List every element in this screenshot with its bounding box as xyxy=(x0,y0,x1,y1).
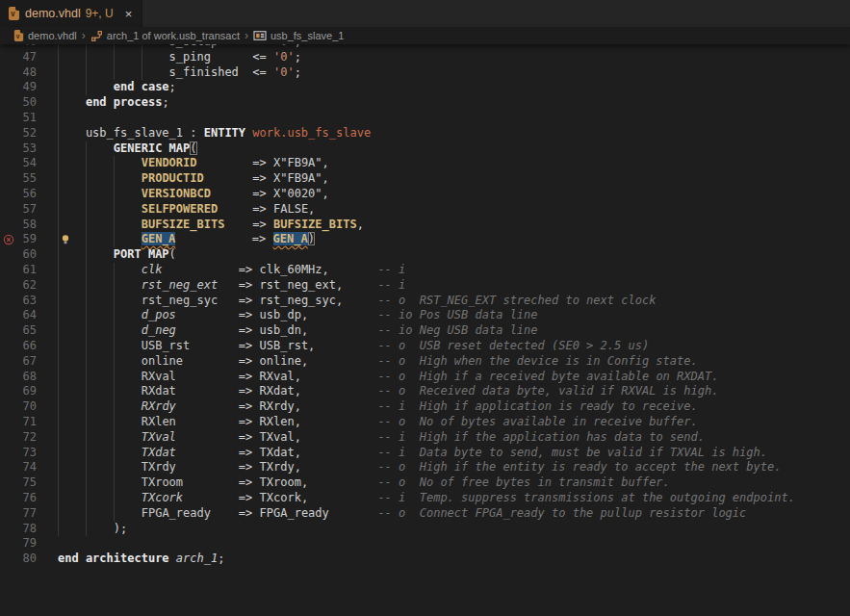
line-number[interactable]: 52 xyxy=(19,126,37,141)
code-line[interactable]: 50 end process; xyxy=(0,95,850,111)
line-number[interactable]: 74 xyxy=(19,460,37,475)
code-line[interactable]: 71 RXlen => RXlen, -- o No of bytes avai… xyxy=(0,415,850,430)
code-token xyxy=(58,263,142,276)
line-number[interactable]: 51 xyxy=(19,111,37,126)
line-number[interactable]: 54 xyxy=(19,156,37,171)
code-line[interactable]: 63 rst_neg_syc => rst_neg_syc, -- o RST_… xyxy=(0,294,850,309)
code-line[interactable]: 80end architecture arch_1; xyxy=(0,552,850,567)
code-line[interactable]: 69 RXdat => RXdat, -- o Received data by… xyxy=(0,384,850,399)
code-token xyxy=(301,415,377,428)
line-number[interactable]: 49 xyxy=(19,80,37,95)
code-line[interactable]: 70 RXrdy => RXrdy, -- i High if applicat… xyxy=(0,399,850,415)
line-number[interactable]: 60 xyxy=(19,247,37,263)
line-number[interactable]: 78 xyxy=(19,522,37,537)
code-line[interactable]: 66 USB_rst => USB_rst, -- o USB reset de… xyxy=(0,339,850,354)
code-line[interactable]: 47 s_ping <= '0'; xyxy=(0,50,850,65)
line-number[interactable]: 68 xyxy=(19,370,37,385)
code-token: rst_neg_ext xyxy=(142,278,239,292)
line-number[interactable]: 61 xyxy=(19,263,37,278)
code-line[interactable]: 78 ); xyxy=(0,522,850,537)
code-line[interactable]: 55 PRODUCTID => X"FB9A", xyxy=(0,171,850,187)
breadcrumb-item-architecture[interactable]: arch_1 of work.usb_transact xyxy=(90,30,240,42)
line-number[interactable]: 76 xyxy=(19,491,37,506)
code-text: end case; xyxy=(58,80,176,95)
breadcrumb-item-instance[interactable]: usb_fs_slave_1 xyxy=(253,30,344,41)
line-number[interactable]: 64 xyxy=(19,308,37,323)
code-line[interactable]: 68 RXval => RXval, -- o High if a receiv… xyxy=(0,370,850,385)
code-line[interactable]: 79 xyxy=(0,536,850,552)
code-token: clk xyxy=(142,263,239,276)
line-number[interactable]: 70 xyxy=(19,399,37,415)
code-line[interactable]: 72 TXval => TXval, -- i High if the appl… xyxy=(0,430,850,446)
chevron-right-icon: › xyxy=(82,29,86,42)
code-line[interactable]: 62 rst_neg_ext => rst_neg_ext, -- i xyxy=(0,278,850,294)
code-editor[interactable]: 46 s_setup <= '0';47 s_ping <= '0';48 s_… xyxy=(0,27,850,616)
code-line[interactable]: 74 TXrdy => TXrdy, -- o High if the enti… xyxy=(0,460,850,475)
line-number[interactable]: 62 xyxy=(19,278,37,294)
code-token xyxy=(175,232,251,245)
code-line[interactable]: 61 clk => clk_60MHz, -- i xyxy=(0,263,850,278)
code-token: ( xyxy=(190,141,196,155)
line-number[interactable]: 55 xyxy=(19,171,37,187)
line-number[interactable]: 66 xyxy=(19,339,37,354)
line-number[interactable]: 53 xyxy=(19,141,37,157)
line-number[interactable]: 73 xyxy=(19,446,37,461)
code-line[interactable]: 58 BUFSIZE_BITS => BUFSIZE_BITS, xyxy=(0,218,850,233)
code-line[interactable]: 52 usb_fs_slave_1 : ENTITY work.usb_fs_s… xyxy=(0,126,850,141)
tab-demo-vhdl[interactable]: v demo.vhdl 9+, U × xyxy=(0,0,142,27)
code-line[interactable]: 56 VERSIONBCD => X"0020", xyxy=(0,187,850,202)
line-number[interactable]: 71 xyxy=(19,415,37,430)
line-number[interactable]: 50 xyxy=(19,95,37,111)
line-number[interactable]: 65 xyxy=(19,323,37,339)
code-line[interactable]: 73 TXdat => TXdat, -- i Data byte to sen… xyxy=(0,446,850,461)
line-number[interactable]: 69 xyxy=(19,384,37,399)
code-token xyxy=(58,232,142,245)
code-line[interactable]: 64 d_pos => usb_dp, -- io Pos USB data l… xyxy=(0,308,850,323)
code-token xyxy=(58,294,142,307)
code-line[interactable]: 49 end case; xyxy=(0,80,850,95)
line-number[interactable]: 47 xyxy=(19,50,37,65)
code-line[interactable]: 57 SELFPOWERED => FALSE, xyxy=(0,202,850,218)
line-number[interactable]: 57 xyxy=(19,202,37,218)
breadcrumb-architecture-label: arch_1 of work.usb_transact xyxy=(107,30,240,41)
code-token xyxy=(308,491,377,504)
code-token xyxy=(58,384,142,398)
line-number[interactable]: 72 xyxy=(19,430,37,446)
code-line[interactable]: 59 GEN_A => GEN_A) xyxy=(0,232,850,247)
line-number[interactable]: 56 xyxy=(19,187,37,202)
code-line[interactable]: 75 TXroom => TXroom, -- o No of free byt… xyxy=(0,475,850,491)
breadcrumb-item-file[interactable]: v demo.vhdl xyxy=(13,29,77,42)
code-token: TXdat, xyxy=(260,446,301,459)
code-token: VENDORID xyxy=(142,156,253,169)
code-line[interactable]: 60 PORT MAP( xyxy=(0,247,850,263)
code-line[interactable]: 48 s_finished <= '0'; xyxy=(0,65,850,81)
close-icon[interactable]: × xyxy=(125,8,133,20)
code-token: ( xyxy=(169,247,176,261)
line-number[interactable]: 58 xyxy=(19,218,37,233)
code-line[interactable]: 77 FPGA_ready => FPGA_ready -- o Connect… xyxy=(0,506,850,522)
code-text: VERSIONBCD => X"0020", xyxy=(58,187,329,202)
code-token: d_neg xyxy=(142,323,239,337)
line-number[interactable]: 79 xyxy=(19,536,37,552)
line-number[interactable]: 77 xyxy=(19,506,37,522)
line-number[interactable]: 80 xyxy=(19,552,37,567)
line-number[interactable]: 67 xyxy=(19,354,37,370)
code-token: TXroom xyxy=(142,475,239,489)
code-token: rst_neg_ext, xyxy=(260,278,344,292)
code-line[interactable]: 51 xyxy=(0,111,850,126)
code-token: TXval, xyxy=(260,430,301,444)
line-number[interactable]: 63 xyxy=(19,294,37,309)
code-token: end architecture xyxy=(58,552,176,565)
line-number[interactable]: 48 xyxy=(19,65,37,81)
code-line[interactable]: 54 VENDORID => X"FB9A", xyxy=(0,156,850,171)
line-number[interactable]: 59 xyxy=(19,232,37,247)
code-line[interactable]: 76 TXcork => TXcork, -- i Temp. suppress… xyxy=(0,491,850,506)
code-token: VERSIONBCD xyxy=(142,187,253,200)
code-line[interactable]: 67 online => online, -- o High when the … xyxy=(0,354,850,370)
line-number[interactable]: 75 xyxy=(19,475,37,491)
code-text: rst_neg_ext => rst_neg_ext, -- i xyxy=(58,278,405,294)
code-line[interactable]: 65 d_neg => usb_dn, -- io Neg USB data l… xyxy=(0,323,850,339)
code-line[interactable]: 53 GENERIC MAP( xyxy=(0,141,850,157)
code-token: => xyxy=(252,218,273,231)
code-token: -- i Data byte to send, must be valid if… xyxy=(377,446,767,459)
